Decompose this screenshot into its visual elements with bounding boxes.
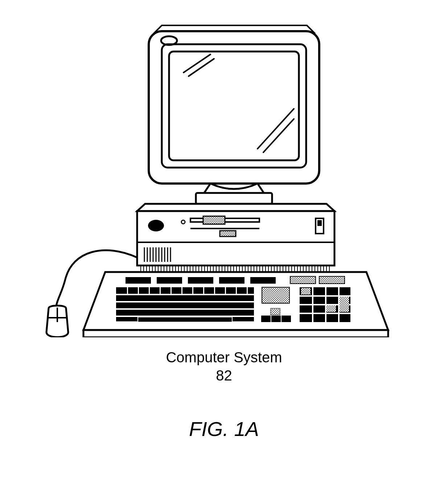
svg-rect-53 [225, 287, 226, 294]
svg-rect-46 [149, 287, 150, 294]
component-label: Computer System [0, 348, 448, 366]
svg-rect-19 [220, 231, 236, 236]
svg-rect-38 [319, 276, 345, 284]
svg-rect-48 [170, 287, 172, 294]
svg-rect-69 [338, 287, 340, 322]
svg-rect-21 [317, 220, 322, 226]
svg-rect-60 [271, 316, 281, 322]
svg-rect-68 [325, 287, 326, 322]
reference-number: 82 [0, 366, 448, 384]
svg-rect-34 [188, 277, 213, 284]
desktop-computer-illustration [40, 18, 395, 337]
svg-rect-67 [312, 287, 313, 322]
svg-rect-47 [160, 287, 161, 294]
svg-rect-41 [115, 301, 255, 302]
svg-rect-51 [203, 287, 204, 294]
svg-rect-49 [181, 287, 182, 294]
svg-rect-56 [138, 317, 232, 322]
svg-rect-72 [340, 297, 349, 312]
svg-rect-17 [203, 216, 225, 224]
svg-rect-44 [127, 287, 128, 294]
figure-id: FIG. 1A [0, 417, 448, 441]
svg-rect-50 [192, 287, 193, 294]
svg-rect-32 [126, 277, 151, 284]
svg-rect-36 [250, 277, 276, 284]
svg-rect-59 [261, 316, 271, 322]
svg-rect-71 [326, 305, 336, 312]
svg-rect-42 [113, 308, 257, 310]
svg-rect-40 [116, 294, 254, 295]
svg-rect-57 [262, 287, 289, 303]
svg-rect-52 [214, 287, 215, 294]
svg-rect-11 [196, 193, 272, 204]
svg-rect-37 [290, 276, 316, 284]
svg-rect-33 [157, 277, 182, 284]
svg-rect-61 [281, 316, 291, 322]
svg-rect-54 [236, 287, 237, 294]
svg-rect-35 [219, 277, 244, 284]
svg-rect-70 [301, 288, 311, 295]
svg-rect-45 [138, 287, 139, 294]
svg-point-14 [148, 220, 164, 231]
svg-rect-55 [247, 287, 248, 294]
svg-rect-62 [271, 308, 280, 315]
svg-rect-5 [169, 52, 299, 160]
